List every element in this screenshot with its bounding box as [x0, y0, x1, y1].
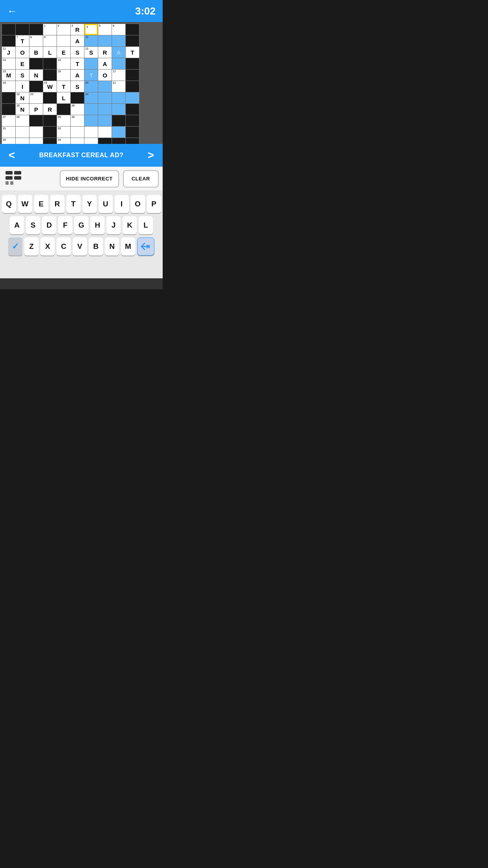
cell-r1c7[interactable] — [98, 35, 112, 46]
cell-r9c1[interactable] — [16, 127, 29, 138]
key-D[interactable]: D — [42, 216, 56, 234]
cell-r7c6[interactable] — [84, 104, 98, 115]
key-check[interactable]: ✓ — [8, 237, 22, 256]
key-K[interactable]: K — [123, 216, 137, 234]
key-W[interactable]: W — [18, 195, 32, 213]
crossword-grid[interactable]: 123R4567T89A1011JOBLES12SRAT13E14TA15MSN… — [2, 24, 139, 144]
cell-r8c1[interactable]: 28 — [16, 115, 29, 126]
cell-r0c7[interactable]: 5 — [98, 24, 112, 35]
cell-r5c7[interactable] — [98, 81, 112, 92]
cell-r7c1[interactable]: 25N — [16, 104, 29, 115]
next-clue-button[interactable]: > — [143, 149, 159, 162]
back-button[interactable]: ← — [7, 5, 17, 17]
key-H[interactable]: H — [90, 216, 105, 234]
key-backspace[interactable] — [137, 237, 154, 256]
key-O[interactable]: O — [131, 195, 145, 213]
cell-r2c5[interactable]: S — [71, 47, 84, 58]
key-C[interactable]: C — [57, 237, 71, 256]
cell-r2c4[interactable]: E — [57, 47, 70, 58]
cell-r9c8[interactable] — [112, 127, 125, 138]
cell-r2c6[interactable]: 12S — [84, 47, 98, 58]
cell-r4c1[interactable]: S — [16, 70, 29, 81]
cell-r10c0[interactable]: 33 — [2, 138, 15, 144]
cell-r7c5[interactable]: 26 — [71, 104, 84, 115]
cell-r8c0[interactable]: 27 — [2, 115, 15, 126]
cell-r5c1[interactable]: I — [16, 81, 29, 92]
cell-r4c0[interactable]: 15M — [2, 70, 15, 81]
key-I[interactable]: I — [115, 195, 129, 213]
cell-r5c4[interactable]: T — [57, 81, 70, 92]
cell-r0c6[interactable]: 4 — [84, 24, 98, 35]
prev-clue-button[interactable]: < — [4, 149, 20, 162]
cell-r3c1[interactable]: E — [16, 58, 29, 69]
cell-r10c5[interactable] — [71, 138, 84, 144]
key-A[interactable]: A — [10, 216, 24, 234]
key-E[interactable]: E — [34, 195, 48, 213]
cell-r1c1[interactable]: 7T — [16, 35, 29, 46]
cell-r6c2[interactable]: 23 — [29, 92, 43, 103]
clear-button[interactable]: CLEAR — [123, 170, 159, 188]
cell-r6c4[interactable]: L — [57, 92, 70, 103]
key-Q[interactable]: Q — [2, 195, 16, 213]
cell-r9c6[interactable] — [84, 127, 98, 138]
cell-r5c6[interactable]: 20 — [84, 81, 98, 92]
cell-r0c8[interactable]: 6 — [112, 24, 125, 35]
cell-r10c2[interactable] — [29, 138, 43, 144]
key-S[interactable]: S — [26, 216, 40, 234]
key-X[interactable]: X — [40, 237, 55, 256]
cell-r8c6[interactable] — [84, 115, 98, 126]
cell-r5c0[interactable]: 18 — [2, 81, 15, 92]
cell-r3c7[interactable]: A — [98, 58, 112, 69]
cell-r1c5[interactable]: A — [71, 35, 84, 46]
cell-r2c0[interactable]: 11J — [2, 47, 15, 58]
cell-r1c4[interactable] — [57, 35, 70, 46]
key-U[interactable]: U — [99, 195, 113, 213]
cell-r2c7[interactable]: R — [98, 47, 112, 58]
key-V[interactable]: V — [73, 237, 87, 256]
cell-r1c3[interactable]: 9 — [43, 35, 57, 46]
cell-r9c5[interactable] — [71, 127, 84, 138]
cell-r3c0[interactable]: 13 — [2, 58, 15, 69]
cell-r0c5[interactable]: 3R — [71, 24, 84, 35]
key-P[interactable]: P — [147, 195, 161, 213]
cell-r3c4[interactable]: 14 — [57, 58, 70, 69]
keyboard-layout-button[interactable] — [4, 169, 23, 188]
key-B[interactable]: B — [89, 237, 103, 256]
cell-r6c7[interactable] — [98, 92, 112, 103]
cell-r0c4[interactable]: 2 — [57, 24, 70, 35]
cell-r9c2[interactable] — [29, 127, 43, 138]
cell-r8c5[interactable]: 30 — [71, 115, 84, 126]
cell-r2c2[interactable]: B — [29, 47, 43, 58]
cell-r8c4[interactable]: 29 — [57, 115, 70, 126]
cell-r4c2[interactable]: N — [29, 70, 43, 81]
cell-r7c8[interactable] — [112, 104, 125, 115]
cell-r3c6[interactable] — [84, 58, 98, 69]
cell-r3c8[interactable] — [112, 58, 125, 69]
cell-r7c2[interactable]: P — [29, 104, 43, 115]
cell-r6c6[interactable]: 24 — [84, 92, 98, 103]
cell-r1c2[interactable]: 8 — [29, 35, 43, 46]
cell-r6c8[interactable] — [112, 92, 125, 103]
cell-r9c0[interactable]: 31 — [2, 127, 15, 138]
cell-r6c1[interactable]: 22N — [16, 92, 29, 103]
key-F[interactable]: F — [58, 216, 72, 234]
hide-incorrect-button[interactable]: HIDE INCORRECT — [60, 170, 119, 188]
cell-r4c7[interactable]: O — [98, 70, 112, 81]
cell-r9c7[interactable] — [98, 127, 112, 138]
key-N[interactable]: N — [105, 237, 119, 256]
key-G[interactable]: G — [74, 216, 88, 234]
key-Y[interactable]: Y — [83, 195, 97, 213]
cell-r1c6[interactable]: 10 — [84, 35, 98, 46]
key-Z[interactable]: Z — [24, 237, 39, 256]
key-R[interactable]: R — [50, 195, 64, 213]
key-J[interactable]: J — [106, 216, 121, 234]
key-T[interactable]: T — [66, 195, 81, 213]
key-M[interactable]: M — [121, 237, 135, 256]
cell-r2c1[interactable]: O — [16, 47, 29, 58]
cell-r5c8[interactable]: 21 — [112, 81, 125, 92]
cell-r3c5[interactable]: T — [71, 58, 84, 69]
cell-r1c8[interactable] — [112, 35, 125, 46]
cell-r2c8[interactable]: A — [112, 47, 125, 58]
cell-r10c4[interactable]: 34 — [57, 138, 70, 144]
cell-r9c4[interactable]: 32 — [57, 127, 70, 138]
